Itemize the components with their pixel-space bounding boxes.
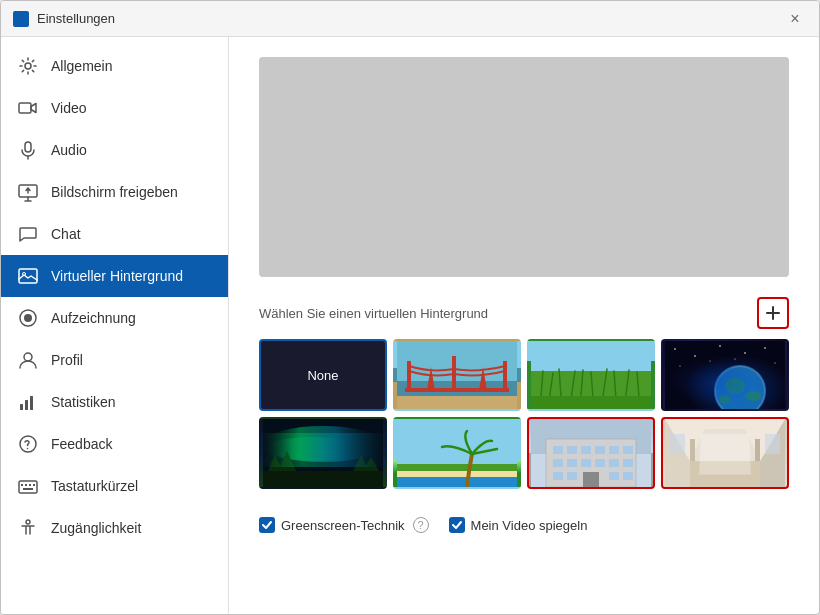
- sidebar-item-feedback[interactable]: Feedback: [1, 423, 228, 465]
- svg-rect-21: [23, 488, 33, 490]
- svg-rect-1: [19, 103, 31, 113]
- checkboxes-area: Greenscreen-Technik ? Mein Video spiegel…: [259, 517, 789, 533]
- svg-point-8: [24, 314, 32, 322]
- greenscreen-help-icon[interactable]: ?: [413, 517, 429, 533]
- svg-rect-87: [623, 459, 633, 467]
- svg-rect-2: [25, 142, 31, 152]
- check-icon-mirror: [451, 519, 463, 531]
- section-label: Wählen Sie einen virtuellen Hintergrund: [259, 306, 488, 321]
- svg-rect-81: [623, 446, 633, 454]
- svg-rect-80: [609, 446, 619, 454]
- svg-point-59: [715, 366, 765, 409]
- svg-point-15: [27, 448, 29, 450]
- svg-rect-17: [21, 484, 23, 486]
- thumb-palm[interactable]: [393, 417, 521, 489]
- thumb-corridor[interactable]: [661, 417, 789, 489]
- greenscreen-checkbox-label[interactable]: Greenscreen-Technik ?: [259, 517, 429, 533]
- svg-point-52: [710, 361, 711, 362]
- sidebar-label-feedback: Feedback: [51, 436, 112, 452]
- greenscreen-checkbox[interactable]: [259, 517, 275, 533]
- svg-rect-101: [670, 434, 685, 454]
- svg-point-50: [764, 347, 766, 349]
- content-area: Allgemein Video: [1, 37, 819, 614]
- record-icon: [17, 307, 39, 329]
- sidebar-item-profil[interactable]: Profil: [1, 339, 228, 381]
- sidebar-label-chat: Chat: [51, 226, 81, 242]
- svg-point-47: [694, 355, 696, 357]
- sidebar-item-chat[interactable]: Chat: [1, 213, 228, 255]
- sidebar-label-tastaturkuerzel: Tastaturkürzel: [51, 478, 138, 494]
- titlebar: Einstellungen ×: [1, 1, 819, 37]
- sidebar-item-bildschirm[interactable]: Bildschirm freigeben: [1, 171, 228, 213]
- svg-marker-67: [363, 457, 379, 471]
- svg-rect-33: [531, 341, 651, 371]
- gear-icon: [17, 55, 39, 77]
- svg-rect-13: [35, 394, 36, 410]
- sidebar-item-zugaenglichkeit[interactable]: Zugänglichkeit: [1, 507, 228, 549]
- mic-icon: [17, 139, 39, 161]
- svg-point-46: [674, 348, 676, 350]
- sidebar-item-audio[interactable]: Audio: [1, 129, 228, 171]
- svg-rect-31: [405, 388, 509, 392]
- thumb-golden-gate-img: [395, 341, 519, 409]
- svg-rect-44: [531, 396, 651, 409]
- add-background-button[interactable]: [757, 297, 789, 329]
- video-preview: [259, 57, 789, 277]
- svg-rect-79: [595, 446, 605, 454]
- svg-rect-63: [263, 471, 383, 487]
- main-content: Wählen Sie einen virtuellen Hintergrund …: [229, 37, 819, 614]
- sidebar-label-zugaenglichkeit: Zugänglichkeit: [51, 520, 141, 536]
- sidebar-item-aufzeichnung[interactable]: Aufzeichnung: [1, 297, 228, 339]
- svg-rect-90: [609, 472, 619, 480]
- svg-rect-77: [567, 446, 577, 454]
- svg-point-53: [735, 359, 736, 360]
- thumb-golden-gate[interactable]: [393, 339, 521, 411]
- sidebar: Allgemein Video: [1, 37, 229, 614]
- svg-point-51: [680, 366, 681, 367]
- thumb-space[interactable]: [661, 339, 789, 411]
- virtual-bg-icon: [17, 265, 39, 287]
- svg-rect-84: [581, 459, 591, 467]
- svg-rect-78: [581, 446, 591, 454]
- mirror-checkbox-label[interactable]: Mein Video spiegeln: [449, 517, 588, 533]
- mirror-checkbox[interactable]: [449, 517, 465, 533]
- feedback-icon: [17, 433, 39, 455]
- screen-share-icon: [17, 181, 39, 203]
- greenscreen-label: Greenscreen-Technik: [281, 518, 405, 533]
- video-icon: [17, 97, 39, 119]
- svg-rect-82: [553, 459, 563, 467]
- sidebar-item-allgemein[interactable]: Allgemein: [1, 45, 228, 87]
- svg-point-9: [24, 353, 32, 361]
- thumb-aurora-img: [261, 419, 385, 487]
- svg-point-55: [715, 366, 765, 409]
- svg-rect-91: [623, 472, 633, 480]
- sidebar-label-video: Video: [51, 100, 87, 116]
- svg-rect-10: [20, 404, 23, 410]
- thumb-building[interactable]: [527, 417, 655, 489]
- sidebar-item-statistiken[interactable]: Statistiken: [1, 381, 228, 423]
- svg-rect-92: [583, 472, 599, 487]
- chat-icon: [17, 223, 39, 245]
- thumb-none[interactable]: None: [259, 339, 387, 411]
- svg-rect-45: [665, 341, 785, 409]
- thumb-grass[interactable]: [527, 339, 655, 411]
- thumb-corridor-img: [663, 419, 787, 487]
- sidebar-item-virtueller-hintergrund[interactable]: Virtueller Hintergrund: [1, 255, 228, 297]
- check-icon: [261, 519, 273, 531]
- svg-point-6: [23, 273, 26, 276]
- sidebar-item-video[interactable]: Video: [1, 87, 228, 129]
- svg-rect-99: [690, 439, 695, 461]
- sidebar-label-audio: Audio: [51, 142, 87, 158]
- profile-icon: [17, 349, 39, 371]
- thumb-grass-img: [529, 341, 653, 409]
- sidebar-item-tastaturkuerzel[interactable]: Tastaturkürzel: [1, 465, 228, 507]
- close-button[interactable]: ×: [783, 7, 807, 31]
- svg-rect-16: [19, 481, 37, 493]
- svg-rect-18: [25, 484, 27, 486]
- sidebar-label-statistiken: Statistiken: [51, 394, 116, 410]
- svg-point-56: [725, 378, 745, 394]
- thumb-aurora[interactable]: [259, 417, 387, 489]
- thumb-none-label: None: [307, 368, 338, 383]
- svg-rect-86: [609, 459, 619, 467]
- svg-rect-11: [25, 400, 28, 410]
